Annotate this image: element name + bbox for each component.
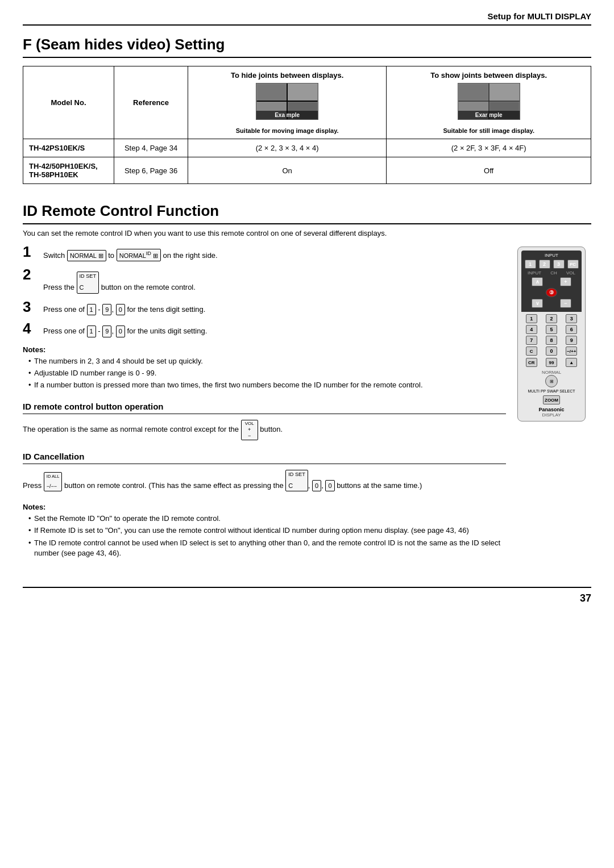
r-btn-vol-minus: − [560,299,571,308]
section2: ID Remote Control Function You can set t… [23,202,591,570]
multi-pp-label: MULTI PP SWAP SELECT [528,389,575,394]
r-up-btn: ▲ [566,358,577,367]
r-btn-2: 2 [539,260,550,269]
step-3-text: Press one of 1 - 9, 0 for the tens digit… [43,302,506,316]
normal-id-switch: NORMAL ⊞ [521,370,582,387]
table-cell-show: Off [387,157,591,184]
step-4-text: Press one of 1 - 9, 0 for the units digi… [43,323,506,337]
table-cell-hide: On [188,157,387,184]
step-2-text: Press the ID SETC button on the remote c… [43,269,506,294]
switch-circle: ⊞ [545,375,558,387]
step-3: 3 Press one of 1 - 9, 0 for the tens dig… [23,302,506,316]
switch-id-icon: NORMALID ⊞ [117,249,161,261]
step-2: 2 Press the ID SETC button on the remote… [23,269,506,294]
notes1-list: The numbers in 2, 3 and 4 should be set … [23,356,506,391]
r-btn-vol-plus: + [560,277,571,286]
display-table: Model No. Reference To hide joints betwe… [23,66,591,184]
r-num-5: 5 [546,325,557,334]
table-row: TH-42PS10EK/S Step 4, Page 34 (2 × 2, 3 … [23,139,591,157]
notes2-list: Set the Remote ID "On" to operate the ID… [23,514,506,558]
svg-rect-9 [489,84,519,101]
step-1: 1 Switch NORMAL ⊞ to NORMALID ⊞ on the r… [23,247,506,261]
table-cell-show: (2 × 2F, 3 × 3F, 4 × 4F) [387,139,591,157]
notes1-item: Adjustable ID number range is 0 - 99. [28,368,506,378]
r-num-3: 3 [566,314,577,323]
header-hide-text: To hide joints between displays. [194,71,380,80]
step-3-num: 3 [23,299,43,314]
notes2-item: The ID remote control cannot be used whe… [28,538,506,558]
cancel-0-btn1: 0 [312,480,321,492]
header-title: Setup for MULTI DISPLAY [487,11,591,21]
left-content: 1 Switch NORMAL ⊞ to NORMALID ⊞ on the r… [23,247,506,570]
notes2: Notes: Set the Remote ID "On" to operate… [23,503,506,558]
intro-text: You can set the remote control ID when y… [23,229,591,237]
table-cell-model: TH-42PS10EK/S [23,139,114,157]
notes1-item: If a number button is pressed more than … [28,380,506,390]
r-btn-3b: ③ [546,288,557,297]
notes1-title: Notes: [23,345,506,354]
section1: F (Seam hides video) Setting Model No. R… [23,36,591,184]
table-cell-reference: Step 6, Page 36 [114,157,188,184]
subsection-op-text: The operation is the same as normal remo… [23,420,506,440]
show-image-desc: Suitable for still image display. [392,127,585,134]
hide-image-desc: Suitable for moving image display. [194,127,380,134]
section1-title: F (Seam hides video) Setting [23,36,591,58]
r-num-7: 7 [526,336,537,345]
r-btn-pc: PC [567,260,579,269]
step-2-num: 2 [23,267,43,282]
r-cr-btn: CR [526,358,537,367]
btn-0b-icon: 0 [116,326,125,337]
hide-image: Exa mple [256,83,318,120]
r-num-0: 0 [546,347,557,356]
notes1: Notes: The numbers in 2, 3 and 4 should … [23,345,506,391]
remote-numpad: 1 2 3 4 5 6 7 8 9 C [521,314,582,356]
notes2-title: Notes: [23,503,506,511]
page-number: 37 [23,587,591,604]
vol-button-icon: VOL + − [241,420,258,440]
subsection-cancel-text: Press ID ALL−/−− button on remote contro… [23,470,506,492]
id-all-btn-icon: ID ALL−/−− [44,472,63,491]
cancel-0-btn2: 0 [325,480,334,492]
r-num-1: 1 [526,314,537,323]
table-row: TH-42/50PH10EK/S, TH-58PH10EK Step 6, Pa… [23,157,591,184]
show-image: Exar mple [458,83,520,120]
r-num-2: 2 [546,314,557,323]
remote-bottom-controls: MULTI PP SWAP SELECT [521,389,582,394]
subsection-cancellation: ID Cancellation Press ID ALL−/−− button … [23,452,506,492]
r-99-btn: 99 [546,358,557,367]
btn-9-icon: 9 [102,304,111,316]
r-num-4: 4 [526,325,537,334]
r-btn-1: 1 [525,260,536,269]
remote-control: INPUT 1 2 3 PC INPUT CH VOL ∧ + [517,247,586,422]
cancel-c-btn: ID SETC [285,470,308,492]
show-image-container: Exar mple Suitable for still image displ… [392,80,585,134]
r-zoom-btn: ZOOM [543,395,560,404]
table-header-reference: Reference [114,66,188,139]
r-num-8: 8 [546,336,557,345]
table-cell-model: TH-42/50PH10EK/S, TH-58PH10EK [23,157,114,184]
r-num-9: 9 [566,336,577,345]
remote-brand-display: DISPLAY [521,412,582,418]
switch-normal-icon: NORMAL ⊞ [67,250,106,262]
show-image-label: Exar mple [458,111,520,119]
remote-nav: CR 99 ▲ [521,358,582,367]
subsection-cancel-title: ID Cancellation [23,452,506,464]
table-header-hide: To hide joints between displays. [188,66,387,139]
subsection-op-title: ID remote control button operation [23,402,506,414]
r-btn-3: 3 [553,260,565,269]
remote-top: INPUT 1 2 3 PC INPUT CH VOL ∧ + [521,251,582,312]
table-header-model: Model No. [23,66,114,139]
subsection-operation: ID remote control button operation The o… [23,402,506,440]
r-id-set-c: C [526,347,537,356]
r-num-6: 6 [566,325,577,334]
remote-brand-panasonic: Panasonic [521,407,582,412]
notes2-item: If Remote ID is set to "On", you can use… [28,525,506,536]
header-show-text: To show joints between displays. [392,71,585,80]
step-4-num: 4 [23,321,43,336]
hide-image-container: Exa mple Suitable for moving image displ… [194,80,380,134]
c-button-icon: ID SETC [77,272,99,294]
r-btn-ch-down: ∨ [532,299,543,308]
step-4: 4 Press one of 1 - 9, 0 for the units di… [23,323,506,337]
btn-9b-icon: 9 [102,326,111,337]
remote-control-container: INPUT 1 2 3 PC INPUT CH VOL ∧ + [517,247,591,570]
